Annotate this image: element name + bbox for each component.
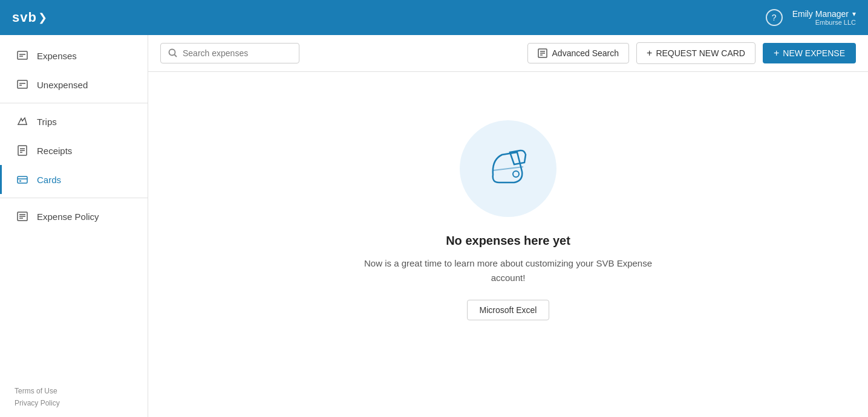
advanced-search-label: Advanced Search [552,48,619,58]
terms-link[interactable]: Terms of Use [15,387,133,395]
sidebar-item-cards-label: Cards [37,175,61,185]
sidebar-item-policy-label: Expense Policy [37,212,99,222]
sidebar-item-cards[interactable]: Cards [0,165,148,194]
cards-icon [16,173,28,186]
nav-right: ? Emily Manager ▾ Emburse LLC [766,9,856,26]
svg-line-19 [175,55,177,57]
search-icon [168,48,178,58]
content-area: Advanced Search + REQUEST NEW CARD + NEW… [148,35,868,417]
main-content: No expenses here yet Now is a great time… [148,72,868,417]
sidebar-item-expenses[interactable]: Expenses [0,41,148,70]
search-box[interactable] [160,43,299,63]
plus-icon-new: + [774,48,779,59]
advanced-search-icon [538,48,547,58]
ms-excel-button[interactable]: Microsoft Excel [467,300,550,320]
sidebar-item-trips-label: Trips [37,117,57,127]
empty-state: No expenses here yet Now is a great time… [357,120,659,320]
svg-point-24 [513,171,519,177]
toolbar: Advanced Search + REQUEST NEW CARD + NEW… [148,35,868,72]
user-name: Emily Manager [792,9,849,19]
expense-icon [16,50,28,62]
sidebar-item-unexpensed[interactable]: Unexpensed [0,70,148,99]
empty-wallet-icon [481,141,535,196]
sidebar-item-unexpensed-label: Unexpensed [37,80,88,90]
help-icon[interactable]: ? [766,9,783,26]
svg-rect-3 [18,80,27,88]
new-expense-button[interactable]: + NEW EXPENSE [763,43,856,63]
top-nav: svb ❯ ? Emily Manager ▾ Emburse LLC [0,0,868,35]
sidebar-footer: Terms of Use Privacy Policy [0,377,148,417]
advanced-search-button[interactable]: Advanced Search [527,43,630,63]
user-company: Emburse LLC [792,19,856,26]
sidebar: Expenses Unexpensed Trips [0,35,148,417]
svg-rect-0 [18,51,27,59]
request-card-label: REQUEST NEW CARD [656,48,745,58]
trips-icon [16,115,28,128]
logo-text: svb [12,10,37,25]
main-layout: Expenses Unexpensed Trips [0,35,868,417]
sidebar-item-receipts[interactable]: Receipts [0,136,148,165]
empty-subtitle: Now is a great time to learn more about … [357,256,659,285]
svg-rect-11 [18,176,27,183]
sidebar-item-trips[interactable]: Trips [0,107,148,136]
request-card-button[interactable]: + REQUEST NEW CARD [636,42,755,64]
policy-icon [16,210,28,222]
user-info[interactable]: Emily Manager ▾ Emburse LLC [792,9,856,26]
empty-icon-circle [460,120,556,217]
privacy-link[interactable]: Privacy Policy [15,399,133,407]
user-dropdown-arrow: ▾ [852,10,856,18]
unexpensed-icon [16,79,28,91]
logo-chevron: ❯ [38,11,47,24]
sidebar-item-expenses-label: Expenses [37,51,77,61]
search-input[interactable] [183,48,292,58]
new-expense-label: NEW EXPENSE [783,48,845,58]
sidebar-divider-1 [0,103,148,103]
empty-title: No expenses here yet [446,234,570,248]
sidebar-item-receipts-label: Receipts [37,146,72,156]
svg-point-18 [169,50,175,56]
sidebar-item-expense-policy[interactable]: Expense Policy [0,202,148,231]
logo-area[interactable]: svb ❯ [12,10,47,25]
plus-icon-request: + [647,48,652,59]
sidebar-divider-2 [0,198,148,198]
receipts-icon [16,144,28,157]
